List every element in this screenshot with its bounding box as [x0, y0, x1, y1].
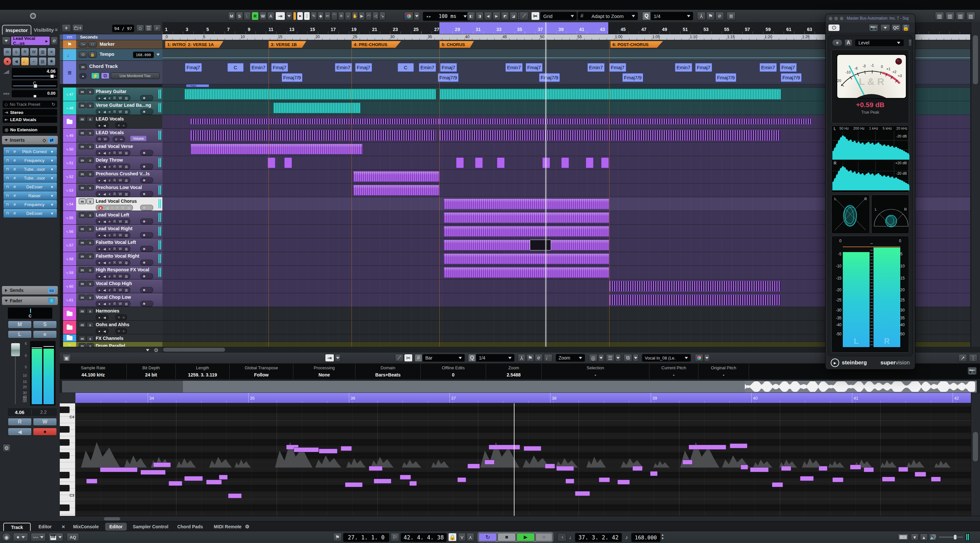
track-row[interactable]: ∿55msLead Vocal Left●◀eRW▥✱ — [60, 211, 162, 225]
audio-event[interactable] — [444, 240, 609, 251]
insert-dropdown-icon[interactable]: ▾ — [51, 202, 57, 207]
folder-record-icon[interactable]: ● — [98, 329, 100, 333]
track-row[interactable]: msOohs and Ahhs●◀=≈ — [60, 321, 162, 334]
snap-type-button[interactable]: ⟋ — [519, 12, 528, 20]
list-icon[interactable]: ☰ — [145, 24, 153, 32]
track-mute-button[interactable]: m — [79, 308, 86, 314]
nudge-start-left-icon[interactable]: ◧ — [467, 12, 475, 20]
insert-edit-icon[interactable]: e — [11, 149, 18, 154]
lower-zone-gear-icon[interactable]: ⚙ — [242, 523, 252, 530]
vari-audio-note[interactable] — [750, 467, 768, 472]
inspector-mute-button[interactable]: m — [3, 48, 11, 56]
write-automation-button[interactable]: W — [33, 418, 57, 426]
editor-qpanel-button[interactable]: ⚑ — [526, 354, 534, 362]
split-tool-icon[interactable]: ✂ — [325, 12, 331, 20]
audition-tool-icon[interactable]: ▶ — [359, 12, 365, 20]
zone-tab-sampler-control[interactable]: Sampler Control — [130, 523, 170, 530]
fader-handle[interactable] — [11, 343, 20, 357]
insert-slot[interactable]: ⊓eDeEsser▾ — [3, 209, 57, 218]
zoom-tool-icon[interactable]: ⌕ — [345, 12, 351, 20]
folder-group-icon[interactable]: = — [118, 124, 120, 127]
track-monitor-icon[interactable]: ◀ — [103, 288, 106, 292]
editor-hscroll-handle[interactable] — [104, 517, 120, 521]
editor-color-icon[interactable] — [695, 354, 703, 362]
audio-event[interactable] — [561, 157, 569, 168]
infoline-column[interactable]: Original Pitch- — [698, 364, 749, 379]
marker-event[interactable]: 2: VERSE 1A — [186, 41, 223, 48]
infoline-column[interactable]: Zoom2.5488 — [486, 364, 542, 379]
chord-event[interactable]: Fmaj7/9 — [282, 73, 302, 82]
insert-bypass-icon[interactable]: ⊓ — [3, 176, 11, 180]
editor-ruler[interactable]: 343536373839404142 — [75, 393, 980, 403]
insert-bypass-icon[interactable]: ⊓ — [3, 194, 11, 198]
erase-tool-icon[interactable]: ◆ — [318, 12, 324, 20]
input-routing-field[interactable]: ⇥Stereo — [3, 109, 57, 116]
audio-event[interactable] — [475, 157, 483, 168]
audio-event[interactable] — [601, 157, 609, 168]
insert-bypass-icon[interactable]: ⊓ — [3, 158, 11, 163]
pan-slider-handle[interactable] — [33, 84, 37, 88]
window-minimize-icon[interactable] — [834, 17, 838, 20]
track-read-icon[interactable]: R — [116, 206, 118, 210]
track-lanes-icon[interactable]: ▥ — [125, 192, 128, 196]
insert-bypass-icon[interactable]: ⊓ — [3, 211, 11, 216]
track-edit-button[interactable]: e — [51, 37, 58, 45]
track-lanes-icon[interactable]: ▥ — [125, 275, 128, 278]
hub-icon[interactable] — [29, 12, 37, 20]
infoline-column[interactable]: Sample Rate44.100 kHz — [60, 364, 127, 379]
vari-audio-note[interactable] — [545, 464, 555, 468]
cycle-button[interactable]: ↻ — [479, 533, 497, 541]
vari-audio-note[interactable] — [730, 443, 748, 448]
audio-event[interactable] — [191, 144, 363, 154]
audio-event[interactable] — [444, 212, 609, 223]
track-edit-icon[interactable]: e — [109, 110, 111, 114]
track-record-icon[interactable]: ● — [98, 110, 100, 114]
editor-qedit-button[interactable]: e — [535, 354, 542, 362]
track-read-icon[interactable]: R — [113, 261, 116, 265]
track-mute-button[interactable]: m — [79, 157, 86, 163]
vari-audio-note[interactable] — [864, 467, 874, 472]
position-display[interactable]: 37. 3. 2. 42 — [575, 533, 622, 542]
audio-event[interactable] — [444, 267, 609, 278]
track-solo-button[interactable]: s — [87, 240, 94, 245]
grid-mode-dropdown[interactable]: Grid — [540, 12, 577, 20]
object-select-tool-icon[interactable]: ➤ — [297, 12, 303, 20]
track-solo-button[interactable]: s — [87, 336, 94, 341]
setup-right-zone-icon[interactable]: ▥ — [956, 12, 965, 20]
track-edit-icon[interactable]: e — [109, 151, 111, 155]
iterative-quantize-button[interactable]: ⅄ — [697, 12, 706, 20]
automation-button-a[interactable]: A — [267, 12, 274, 20]
track-row-tempo[interactable]: ♩ ⏻ 🔓 Tempo 168.000 — [60, 49, 162, 61]
track-write-icon[interactable]: W — [119, 247, 122, 251]
editor-window-icon[interactable]: ⧉ — [624, 354, 632, 362]
track-edit-icon[interactable]: e — [109, 179, 111, 182]
track-freeze-pill[interactable]: ✱ — [140, 260, 153, 265]
track-read-icon[interactable]: R — [113, 151, 116, 155]
track-monitor-icon[interactable]: ◀ — [103, 151, 106, 155]
tab-track[interactable]: Track — [3, 523, 31, 531]
tracklist-expand-icon[interactable] — [146, 349, 149, 351]
module-select-dropdown[interactable]: Level — [855, 39, 904, 46]
track-solo-button[interactable]: s — [87, 322, 94, 327]
track-mute-button[interactable]: m — [79, 212, 86, 218]
track-solo-button[interactable]: s — [87, 171, 94, 177]
chord-event[interactable]: Fmaj7/9 — [715, 73, 736, 82]
editor-vscrollbar[interactable] — [971, 393, 980, 516]
glue-tool-icon[interactable]: ⌒ — [331, 12, 337, 20]
vari-audio-note[interactable] — [565, 479, 574, 484]
track-write-icon[interactable]: W — [119, 96, 122, 100]
tab-editor-left[interactable]: Editor — [32, 523, 58, 530]
combine-tool-icon[interactable] — [293, 12, 296, 20]
track-monitor-icon[interactable]: ◀ — [103, 275, 106, 278]
track-lanes-icon[interactable]: ▥ — [125, 247, 128, 251]
vari-audio-note[interactable] — [772, 482, 783, 487]
time-display[interactable]: ◂▸ 100 ms — [423, 12, 470, 21]
vari-audio-note[interactable] — [153, 462, 171, 467]
track-edit-icon[interactable]: e — [109, 96, 111, 100]
track-monitor-icon[interactable]: ◀ — [103, 110, 106, 114]
editor-overview-strip[interactable] — [62, 381, 977, 392]
midi-out-activity-icon[interactable]: ▴ — [920, 533, 928, 541]
editor-target-icon[interactable]: ◎ — [589, 354, 598, 362]
audio-event[interactable] — [353, 185, 439, 195]
inspector-write-button[interactable]: W — [30, 48, 38, 56]
